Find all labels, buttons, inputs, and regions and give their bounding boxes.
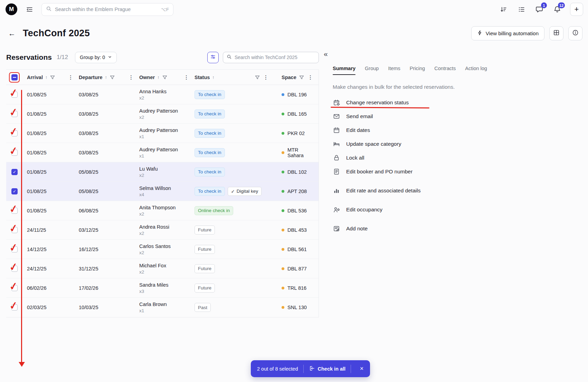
filter-icon[interactable]	[299, 75, 304, 80]
check-in-all-button[interactable]: Check in all	[309, 365, 346, 372]
row-checkbox-cell: ✓	[6, 278, 27, 297]
kebab-icon[interactable]: ⋮	[307, 74, 314, 80]
info-button[interactable]	[568, 26, 582, 40]
add-button[interactable]: +	[570, 3, 583, 16]
back-button[interactable]: ←	[8, 29, 18, 38]
departure-cell: 06/08/25	[79, 208, 139, 213]
global-search-input[interactable]	[55, 7, 158, 12]
column-header-owner[interactable]: Owner↑⋮	[139, 74, 195, 80]
row-checkbox[interactable]	[11, 130, 18, 136]
row-checkbox[interactable]	[11, 92, 18, 98]
table-row[interactable]: ✓24/12/2531/12/25Michael Foxx2FutureDBL …	[6, 259, 319, 278]
grid-view-button[interactable]	[549, 26, 563, 40]
sort-asc-icon[interactable]: ↑	[212, 75, 215, 80]
column-header-arrival[interactable]: Arrival↑⋮	[27, 74, 79, 80]
select-all-cell	[6, 70, 27, 85]
sort-order-icon[interactable]	[498, 4, 509, 15]
panel-action-edit-rate-and-associated-details[interactable]: Edit rate and associated details	[333, 184, 580, 198]
table-row[interactable]: ✓14/12/2516/12/25Carlos Santosx2FutureDB…	[6, 240, 319, 259]
filter-icon[interactable]	[110, 75, 115, 80]
table-body: ✓01/08/2503/08/25Anna Hanksx2To check in…	[6, 85, 319, 317]
panel-action-edit-occupancy[interactable]: Edit occupancy	[333, 203, 580, 217]
row-checkbox[interactable]	[11, 208, 18, 214]
row-checkbox[interactable]	[11, 266, 18, 272]
panel-action-edit-booker-and-po-number[interactable]: Edit booker and PO number	[333, 165, 580, 179]
table-row[interactable]: ✓06/02/2617/02/26Sandra Milesx3FutureTRL…	[6, 278, 319, 298]
panel-action-update-space-category[interactable]: Update space category	[333, 137, 580, 151]
tab-group[interactable]: Group	[365, 66, 379, 75]
group-by-button[interactable]: Group by: 0	[75, 52, 117, 63]
departure-cell: 16/12/25	[79, 247, 139, 252]
messages-icon[interactable]: 1	[534, 4, 544, 15]
kebab-icon[interactable]: ⋮	[263, 74, 269, 80]
panel-action-edit-dates[interactable]: Edit dates	[333, 123, 580, 137]
status-cell: Future	[195, 226, 274, 235]
tab-pricing[interactable]: Pricing	[410, 66, 425, 75]
notifications-icon[interactable]: 12	[552, 4, 562, 15]
departure-cell: 05/08/25	[79, 169, 139, 175]
row-checkbox-cell: ✓	[6, 143, 27, 162]
menu-collapse-icon[interactable]	[24, 4, 35, 15]
row-checkbox[interactable]: ✓	[11, 169, 18, 175]
tab-action-log[interactable]: Action log	[465, 66, 487, 75]
search-shortcut-hint: ⌥F	[161, 7, 169, 12]
table-row[interactable]: ✓01/08/2505/08/25Lu Wafux2To check inDBL…	[6, 162, 319, 182]
app-logo[interactable]: M	[6, 3, 17, 15]
sort-asc-icon[interactable]: ↑	[45, 75, 48, 80]
row-checkbox[interactable]	[11, 246, 18, 252]
filter-icon[interactable]	[50, 75, 55, 80]
row-checkbox[interactable]: ✓	[11, 188, 18, 194]
space-cell: APT 208	[274, 189, 319, 194]
kebab-icon[interactable]: ⋮	[183, 74, 190, 80]
panel-action-send-email[interactable]: Send email	[333, 109, 580, 123]
row-checkbox[interactable]	[11, 304, 18, 311]
table-row[interactable]: ✓01/08/2503/08/25Audrey Pattersonx1To ch…	[6, 124, 319, 143]
column-header-status[interactable]: Status↑⋮	[195, 74, 274, 80]
view-billing-automation-button[interactable]: View billing automation	[471, 26, 544, 40]
row-checkbox[interactable]	[11, 227, 18, 233]
row-checkbox[interactable]	[11, 111, 18, 117]
table-row[interactable]: ✓02/03/2510/03/25Carla Brownx1PastSNL 13…	[6, 298, 319, 317]
event-search[interactable]	[223, 52, 319, 63]
space-status-dot	[282, 229, 284, 231]
space-status-dot	[282, 171, 284, 173]
departure-cell: 03/08/25	[79, 111, 139, 117]
task-list-icon[interactable]	[516, 4, 527, 15]
panel-action-change-reservation-status[interactable]: Change reservation status	[333, 96, 580, 109]
space-status-dot	[282, 190, 284, 193]
departure-cell: 17/02/26	[79, 285, 139, 291]
tab-contracts[interactable]: Contracts	[434, 66, 456, 75]
chart-icon	[333, 187, 340, 194]
tab-items[interactable]: Items	[388, 66, 400, 75]
filters-button[interactable]	[207, 52, 219, 63]
close-selection-bar-icon[interactable]: ×	[356, 363, 367, 374]
table-row[interactable]: ✓01/08/2503/08/25Audrey Pattersonx2To ch…	[6, 104, 319, 124]
select-all-checkbox[interactable]	[11, 74, 18, 80]
global-search[interactable]: ⌥F	[41, 3, 173, 16]
table-row[interactable]: ✓01/08/2503/08/25Audrey Pattersonx1To ch…	[6, 143, 319, 162]
table-row[interactable]: ✓01/08/2505/08/25Selma Willsonx4To check…	[6, 182, 319, 201]
column-header-space[interactable]: Space⋮	[274, 74, 319, 80]
status-cell: Past	[195, 303, 274, 312]
panel-action-lock-all[interactable]: Lock all	[333, 151, 580, 165]
table-row[interactable]: ✓24/11/2503/12/25Andrea Rossix2FutureDBL…	[6, 220, 319, 240]
sort-asc-icon[interactable]: ↑	[157, 75, 160, 80]
sort-asc-icon[interactable]: ↑	[105, 75, 107, 80]
tab-summary[interactable]: Summary	[333, 66, 355, 75]
row-checkbox[interactable]	[11, 285, 18, 291]
panel-tabs: SummaryGroupItemsPricingContractsAction …	[333, 66, 580, 75]
arrival-cell: 02/03/25	[27, 305, 79, 310]
collapse-panel-icon[interactable]: «	[324, 50, 333, 57]
table-row[interactable]: ✓01/08/2506/08/25Anita Thompsonx2Online …	[6, 201, 319, 220]
filter-icon[interactable]	[162, 75, 168, 80]
table-row[interactable]: ✓01/08/2503/08/25Anna Hanksx2To check in…	[6, 85, 319, 104]
panel-action-add-note[interactable]: Add note	[333, 222, 580, 236]
column-header-departure[interactable]: Departure↑⋮	[79, 74, 139, 80]
filter-icon[interactable]	[255, 75, 260, 80]
kebab-icon[interactable]: ⋮	[67, 74, 74, 80]
event-search-input[interactable]	[235, 55, 315, 60]
row-checkbox[interactable]	[11, 150, 18, 156]
kebab-icon[interactable]: ⋮	[128, 74, 134, 80]
row-checkbox-cell: ✓	[6, 201, 27, 220]
space-status-dot	[282, 267, 284, 270]
